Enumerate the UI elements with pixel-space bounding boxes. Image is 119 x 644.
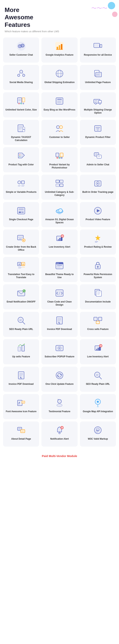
feature-label-19: Single Checkout Page (9, 218, 33, 221)
color-size-icon (16, 96, 26, 106)
feature-card-23: ! Low Inventory Alert (41, 230, 77, 254)
font-awesome-icon: f (16, 398, 26, 408)
features-grid-wrapper: Seller Customer Chat Google Analytics Fe… (0, 36, 119, 451)
svg-rect-114 (59, 238, 60, 241)
docs-icon (93, 288, 103, 298)
svg-rect-73 (97, 155, 102, 158)
feature-card-25: A あ Translation Tool Easy to Translate (3, 257, 39, 282)
svg-rect-13 (94, 44, 99, 47)
svg-rect-168 (96, 349, 97, 350)
chat-icon (16, 41, 26, 52)
feature-label-33: Cross sells Feature (87, 328, 109, 331)
about-icon (16, 425, 26, 436)
page-title: More Awesome Features (5, 6, 47, 28)
invoice-icon (54, 315, 65, 326)
update-icon (54, 370, 65, 380)
feature-card-7: Unlimited Varient Color, Size (3, 92, 39, 118)
customer-seller-icon (54, 123, 65, 134)
svg-point-36 (22, 103, 24, 104)
features-grid: Seller Customer Chat Google Analytics Fe… (0, 36, 119, 451)
svg-rect-169 (98, 348, 99, 350)
svg-text:!: ! (62, 235, 62, 237)
feature-card-8: Easy Blog as like WordPress (41, 92, 77, 118)
clean-code-icon (54, 288, 65, 298)
seo-icon (16, 315, 26, 326)
feature-label-5: Global Shipping Estimation (44, 81, 75, 84)
svg-point-64 (19, 156, 20, 157)
map-icon (93, 398, 103, 408)
svg-point-19 (17, 74, 20, 76)
feature-label-31: SEO Ready Plain URL (9, 328, 33, 331)
feature-card-3: Responsive for all Device (80, 38, 116, 62)
feature-label-39: SEO Ready Plain URL (86, 382, 110, 386)
feature-card-39: SEO Ready Plain URL (80, 366, 116, 392)
feature-label-43: About Detail Page (11, 437, 31, 440)
w3c-icon: W3C (93, 425, 103, 436)
svg-point-35 (20, 103, 22, 104)
feature-card-10: % Dynamic TAX/GST Calculation (3, 120, 39, 145)
svg-point-137 (23, 290, 25, 292)
tracking-icon (93, 178, 103, 188)
svg-rect-79 (21, 181, 24, 184)
translation-icon: A あ (16, 260, 26, 271)
feature-label-18: Built-in Order Tracking page (82, 190, 114, 194)
svg-rect-161 (18, 347, 21, 351)
permission-icon (93, 260, 103, 271)
feature-card-18: Built-in Order Tracking page (80, 174, 116, 200)
feature-card-4: Social Media Sharing (3, 65, 39, 90)
svg-rect-17 (101, 47, 101, 48)
svg-rect-195 (21, 430, 25, 433)
feature-label-25: Translation Tool Easy to Translate (5, 273, 37, 279)
feature-card-14: Product Variant by Picture/colour (41, 147, 77, 172)
svg-line-21 (19, 73, 20, 74)
svg-text:!: ! (100, 345, 101, 347)
svg-line-148 (22, 322, 25, 324)
feature-card-41: " Testimonial Feature (41, 394, 77, 419)
svg-point-129 (57, 263, 57, 264)
popup-icon (54, 343, 65, 353)
feature-label-2: Google Analytics Feature (46, 53, 73, 56)
upsell-icon (16, 343, 26, 353)
footer-text: Paid Multi-Vendor Module (0, 451, 119, 462)
svg-text:!: ! (61, 427, 62, 429)
feature-label-7: Unlimited Varient Color, Size (5, 108, 37, 111)
category-icon (54, 178, 65, 188)
testimonial-icon: " (54, 398, 65, 408)
feature-card-6: Unlimited Page Feature (80, 65, 116, 90)
feature-card-27: Powerful Role Permission System (80, 257, 116, 282)
feature-label-8: Easy Blog as like WordPress (44, 108, 76, 111)
feature-label-32: Invoice PDF Download (47, 328, 72, 331)
svg-rect-115 (61, 237, 62, 241)
svg-point-57 (56, 126, 59, 129)
feature-card-32: Invoice PDF Download (41, 312, 77, 337)
page-wrapper: More Awesome Features Which feature make… (0, 0, 119, 462)
tag-icon (16, 151, 26, 161)
shipping-charge-icon (93, 96, 103, 106)
notification-icon: ! (54, 425, 65, 436)
feature-card-36: ! Low Inventory Alert (80, 339, 116, 364)
admin-chat-icon (93, 151, 103, 161)
svg-rect-162 (22, 345, 24, 351)
svg-text:%: % (23, 128, 25, 130)
feature-label-30: Documentation Include (85, 300, 111, 303)
feature-card-11: Customer to Seller (41, 120, 77, 145)
feature-label-22: Create Order from the Back Office (5, 245, 37, 252)
svg-rect-86 (56, 184, 59, 186)
svg-point-78 (18, 181, 21, 184)
backoffice-icon (16, 233, 26, 244)
svg-point-34 (18, 103, 20, 104)
feature-card-16: Simple or Variable Products (3, 174, 39, 200)
feature-label-12: Dynamic Product Filter (85, 136, 111, 139)
svg-point-63 (19, 154, 20, 156)
svg-rect-10 (61, 44, 62, 50)
responsive-icon (93, 41, 103, 52)
svg-rect-41 (57, 99, 62, 100)
svg-rect-183 (17, 400, 22, 406)
feature-label-40: Font Awesome Icon Feature (6, 410, 36, 413)
svg-text:W3C: W3C (96, 430, 99, 431)
svg-rect-170 (99, 347, 100, 350)
svg-point-20 (22, 74, 25, 76)
feature-label-13: Product Tag with Color (8, 163, 34, 166)
deco-circle-blue (108, 2, 115, 9)
feature-label-37: Invoice PDF Download (9, 382, 33, 386)
